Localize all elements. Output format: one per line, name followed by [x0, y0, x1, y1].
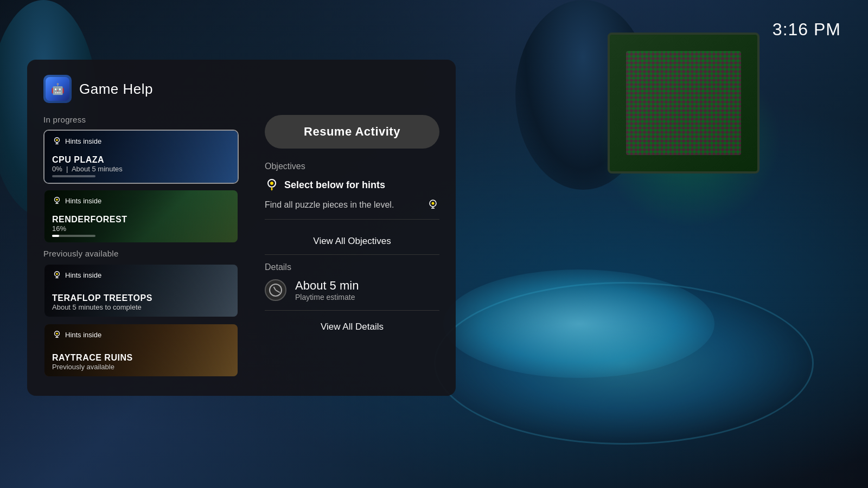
in-progress-label: In progress: [43, 115, 244, 124]
objective-hint-icon: [426, 198, 439, 211]
playtime-label: Playtime estimate: [295, 293, 359, 301]
svg-point-3: [56, 198, 58, 201]
time-info: About 5 min Playtime estimate: [295, 279, 359, 301]
game-icon: 🤖: [43, 75, 72, 103]
main-panel: 🤖 Game Help In progress: [27, 60, 456, 396]
progress-bar-render: [52, 235, 59, 237]
card-meta-cpu: 0% | About 5 minutes: [52, 165, 230, 173]
hints-label-raytrace: Hints inside: [65, 331, 101, 339]
panel-title: Game Help: [79, 81, 153, 98]
card-title-raytrace: RAYTRACE RUINS: [52, 353, 230, 363]
hint-icon-raytrace: [52, 330, 62, 339]
card-meta-raytrace: Previously available: [52, 363, 230, 371]
list-section: In progress Hints inside: [43, 115, 250, 381]
clock-hand-minute: [276, 290, 280, 293]
view-objectives-button[interactable]: View All Objectives: [265, 228, 439, 255]
details-section: Details About 5 min Playtime estimate Vi…: [265, 262, 439, 335]
view-details-button[interactable]: View All Details: [265, 319, 439, 335]
resume-button[interactable]: Resume Activity: [265, 115, 439, 149]
card-content-cpu: Hints inside CPU PLAZA 0% | About 5 minu…: [44, 131, 238, 183]
svg-point-9: [270, 182, 273, 185]
hint-icon-render: [52, 196, 62, 206]
card-content-raytrace: Hints inside RAYTRACE RUINS Previously a…: [44, 324, 238, 376]
objectives-section: Objectives Select below for hints Find a…: [265, 162, 439, 220]
hint-icon-cpu: [52, 136, 62, 146]
activity-card-renderforest[interactable]: Hints inside RENDERFOREST 16%: [43, 189, 239, 243]
card-title-render: RENDERFOREST: [52, 215, 230, 224]
select-hints-icon: [265, 178, 279, 192]
hints-badge-render: Hints inside: [52, 196, 230, 206]
hints-badge-raytrace: Hints inside: [52, 330, 230, 339]
progress-bar-container-cpu: [52, 175, 95, 177]
game-icon-inner: 🤖: [46, 77, 69, 101]
svg-point-5: [56, 273, 58, 275]
prev-available-label: Previously available: [43, 249, 244, 258]
objective-text: Find all puzzle pieces in the level.: [265, 200, 394, 210]
progress-bar-container-render: [52, 235, 95, 237]
hints-label-teraflop: Hints inside: [65, 271, 101, 279]
bg-screen: [608, 33, 760, 174]
hints-label-render: Hints inside: [65, 197, 101, 205]
activity-card-raytrace[interactable]: Hints inside RAYTRACE RUINS Previously a…: [43, 323, 239, 377]
select-hints-row: Select below for hints: [265, 178, 439, 192]
select-hints-text: Select below for hints: [284, 179, 385, 191]
bg-pool-inner: [443, 269, 714, 378]
objective-row: Find all puzzle pieces in the level.: [265, 198, 439, 220]
clock-icon: [265, 279, 286, 301]
activity-card-teraflop[interactable]: Hints inside TERAFLOP TREETOPS About 5 m…: [43, 264, 239, 318]
activity-card-cpu-plaza[interactable]: Hints inside CPU PLAZA 0% | About 5 minu…: [43, 130, 239, 184]
panel-content: In progress Hints inside: [43, 115, 439, 381]
card-title-teraflop: TERAFLOP TREETOPS: [52, 293, 230, 303]
bg-screen-inner: [626, 51, 741, 155]
objectives-title: Objectives: [265, 162, 439, 171]
hints-badge-cpu: Hints inside: [52, 136, 230, 146]
card-content-teraflop: Hints inside TERAFLOP TREETOPS About 5 m…: [44, 265, 238, 317]
card-title-cpu: CPU PLAZA: [52, 155, 230, 165]
panel-header: 🤖 Game Help: [43, 75, 439, 103]
svg-point-1: [56, 139, 58, 141]
card-meta-render: 16%: [52, 224, 230, 233]
details-row: About 5 min Playtime estimate: [265, 279, 439, 311]
svg-point-7: [56, 332, 58, 335]
hints-label-cpu: Hints inside: [65, 137, 101, 145]
card-meta-teraflop: About 5 minutes to complete: [52, 303, 230, 311]
hint-icon-teraflop: [52, 270, 62, 280]
bg-pool: [434, 282, 814, 445]
hints-badge-teraflop: Hints inside: [52, 270, 230, 280]
card-content-render: Hints inside RENDERFOREST 16%: [44, 190, 238, 242]
clock-face: [269, 284, 282, 297]
time-display: 3:16 PM: [773, 20, 841, 40]
details-title: Details: [265, 262, 439, 272]
playtime-value: About 5 min: [295, 279, 359, 293]
svg-point-11: [432, 202, 435, 205]
right-section: Resume Activity Objectives Select below …: [250, 115, 439, 381]
